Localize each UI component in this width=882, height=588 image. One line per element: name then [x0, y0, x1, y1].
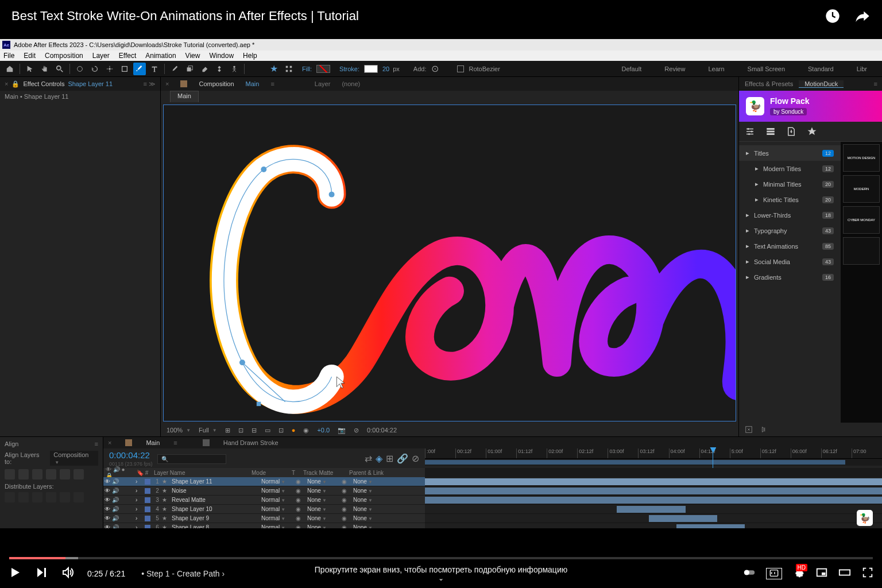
tl-tool-icon[interactable]: ⊞: [386, 453, 393, 464]
flow-nav-item[interactable]: ▸Minimal Titles20: [739, 176, 841, 192]
zoom-dropdown[interactable]: 100%▼: [167, 427, 191, 434]
timeline-layer-row[interactable]: 👁🔊 › 6 ★ Shape Layer 8 Normal▼ ◉ None▼ ◉…: [103, 523, 882, 528]
share-icon[interactable]: [854, 8, 871, 24]
roto-tool[interactable]: [213, 63, 226, 75]
align-left-icon[interactable]: [5, 469, 15, 479]
zoom-tool[interactable]: [53, 63, 66, 75]
workspace-default[interactable]: Default: [622, 65, 642, 72]
menu-help[interactable]: Help: [243, 52, 257, 60]
align-hcenter-icon[interactable]: [18, 469, 29, 479]
volume-button[interactable]: [61, 566, 75, 582]
tab-motionduck[interactable]: MotionDuck: [799, 80, 844, 88]
clone-tool[interactable]: [183, 63, 196, 75]
align-right-icon[interactable]: [32, 469, 42, 479]
work-area-bar[interactable]: [425, 460, 845, 465]
comp-subtab-main[interactable]: Main: [170, 91, 199, 102]
vp-icon[interactable]: ⊘: [354, 427, 359, 434]
workspace-standard[interactable]: Standard: [808, 65, 834, 72]
theater-button[interactable]: [838, 566, 851, 581]
flow-thumbnail[interactable]: [843, 237, 880, 265]
flow-thumbnail[interactable]: MOTION DESIGN: [843, 144, 880, 172]
exposure-reset-icon[interactable]: ◉: [303, 427, 309, 434]
timeline-layer-row[interactable]: 👁🔊 › 2 ★ Noise Normal▼ ◉ None▼ ◉ None▼: [103, 486, 882, 496]
list-icon[interactable]: [765, 126, 776, 137]
stroke-width-value[interactable]: 20: [382, 65, 389, 72]
vp-icon[interactable]: ⊞: [225, 427, 230, 434]
distribute-icon[interactable]: [18, 492, 29, 502]
anchor-tool[interactable]: [103, 63, 116, 75]
menu-effect[interactable]: Effect: [119, 52, 136, 60]
flow-nav-item[interactable]: ▸Kinetic Titles20: [739, 192, 841, 207]
selection-tool[interactable]: [24, 63, 36, 75]
menu-edit[interactable]: Edit: [24, 52, 36, 60]
youtube-chapter[interactable]: • Step 1 - Create Path ›: [141, 569, 225, 578]
menu-file[interactable]: File: [3, 52, 14, 60]
rotobezier-checkbox[interactable]: [457, 65, 464, 72]
tl-tool-icon[interactable]: ⇄: [365, 453, 372, 464]
menu-window[interactable]: Window: [209, 52, 234, 60]
grid-icon[interactable]: [283, 63, 295, 75]
layer-tab-label[interactable]: Layer: [315, 80, 331, 87]
flow-nav-item[interactable]: ▸Typography43: [739, 223, 841, 238]
pen-tool[interactable]: [133, 63, 146, 75]
settings-button[interactable]: HD: [792, 566, 805, 581]
type-tool[interactable]: [148, 63, 161, 75]
timeline-layer-row[interactable]: 👁🔊 › 5 ★ Shape Layer 9 Normal▼ ◉ None▼ ◉…: [103, 514, 882, 523]
align-vcenter-icon[interactable]: [60, 469, 70, 479]
timeline-tab-hand-drawn[interactable]: Hand Drawn Stroke: [223, 439, 278, 446]
tl-tool-icon[interactable]: ⊘: [412, 453, 419, 464]
rotate-tool[interactable]: [88, 63, 101, 75]
flow-nav-item[interactable]: ▸Social Media43: [739, 254, 841, 269]
flow-nav-item[interactable]: ▸Text Animations85: [739, 238, 841, 254]
color-mgmt-icon[interactable]: ●: [292, 427, 296, 434]
align-layers-to-dropdown[interactable]: Composition ▼: [50, 451, 98, 466]
audio-icon[interactable]: [760, 425, 768, 434]
tl-tool-icon[interactable]: 🔗: [397, 453, 408, 464]
resolution-dropdown[interactable]: Full▼: [199, 427, 217, 434]
workspace-review[interactable]: Review: [664, 65, 685, 72]
stroke-swatch[interactable]: [364, 65, 378, 73]
workspace-learn[interactable]: Learn: [708, 65, 724, 72]
align-bottom-icon[interactable]: [74, 469, 84, 479]
menu-animation[interactable]: Animation: [145, 52, 176, 60]
fill-swatch[interactable]: [316, 65, 330, 73]
import-icon[interactable]: [786, 126, 796, 137]
distribute-icon[interactable]: [32, 492, 42, 502]
next-button[interactable]: [34, 566, 48, 582]
workspace-small[interactable]: Small Screen: [748, 65, 785, 72]
captions-button[interactable]: [766, 568, 782, 579]
eraser-tool[interactable]: [198, 63, 211, 75]
miniplayer-button[interactable]: [815, 566, 828, 581]
star-icon[interactable]: [807, 126, 817, 137]
timeline-search-input[interactable]: [157, 454, 226, 464]
orbit-tool[interactable]: [74, 63, 86, 75]
menu-layer[interactable]: Layer: [92, 52, 110, 60]
flow-nav-item[interactable]: ▸Titles12: [739, 145, 841, 161]
timeline-tab-main[interactable]: Main: [146, 439, 160, 446]
shape-tool[interactable]: [118, 63, 131, 75]
workspace-libraries[interactable]: Libr: [857, 65, 867, 72]
fullscreen-button[interactable]: [861, 566, 874, 581]
tl-tool-icon[interactable]: ◈: [376, 453, 382, 464]
timeline-layer-row[interactable]: 👁🔊 › 4 ★ Shape Layer 10 Normal▼ ◉ None▼ …: [103, 505, 882, 514]
watch-later-icon[interactable]: [825, 8, 841, 24]
snapshot-icon[interactable]: 📷: [338, 427, 346, 434]
autoplay-toggle[interactable]: [743, 566, 756, 581]
hand-tool[interactable]: [38, 63, 51, 75]
composition-link[interactable]: Main: [246, 80, 260, 87]
flow-thumbnail[interactable]: MODERN: [843, 175, 880, 203]
distribute-icon[interactable]: [74, 492, 84, 502]
playhead[interactable]: [713, 448, 713, 468]
effect-controls-layer-link[interactable]: Shape Layer 11: [68, 80, 113, 87]
timeline-ruler[interactable]: :00f00:12f01:00f01:12f02:00f02:12f03:00f…: [425, 448, 882, 459]
timeline-layer-row[interactable]: 👁🔊 › 3 ★ Reveal Matte Normal▼ ◉ None▼ ◉ …: [103, 496, 882, 505]
vp-icon[interactable]: ⊡: [278, 427, 284, 434]
composition-viewport[interactable]: [163, 105, 736, 421]
distribute-icon[interactable]: [60, 492, 70, 502]
vp-icon[interactable]: ⊟: [252, 427, 257, 434]
vp-icon[interactable]: ▭: [265, 427, 270, 434]
effect-controls-tab[interactable]: Effect Controls: [23, 80, 64, 87]
composition-tab[interactable]: Composition: [199, 80, 234, 87]
puppet-tool[interactable]: [228, 63, 241, 75]
flow-nav-item[interactable]: ▸Modern Titles12: [739, 161, 841, 176]
